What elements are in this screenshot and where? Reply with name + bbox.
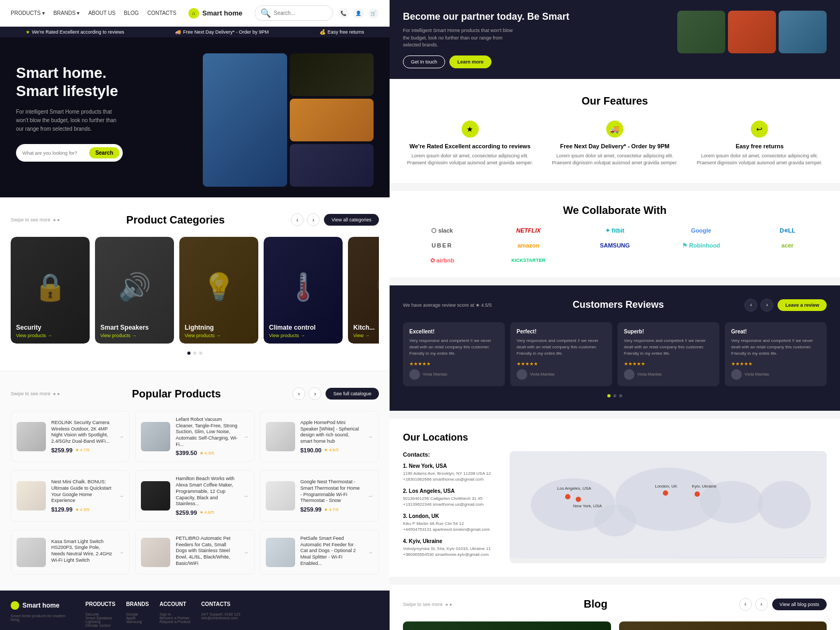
feature-icon-delivery: 🚚 <box>606 121 623 138</box>
view-all-blog-button[interactable]: View all blog posts <box>772 599 827 610</box>
categories-next[interactable]: › <box>307 213 320 226</box>
nav-blog[interactable]: BLOG <box>124 10 139 16</box>
blog-post-1[interactable]: 28 OCTOBER 2022 Success Steps For Your N… <box>403 621 611 630</box>
logo-uber: UBER <box>403 242 481 249</box>
review-stars-4: ★★★★★ <box>731 361 820 366</box>
category-speakers-link[interactable]: View products → <box>100 333 149 338</box>
features-section: Our Features ★ We're Rated Excellent acc… <box>390 79 840 183</box>
leave-review-button[interactable]: Leave a review <box>778 299 827 311</box>
categories-controls: ‹ › View all categories <box>291 213 379 226</box>
product-item-petfood[interactable]: PETLIBRO Automatic Pet Feeders for Cats,… <box>135 530 254 575</box>
product-item-switch[interactable]: Kasa Smart Light Switch HS200P3, Single … <box>11 530 130 575</box>
user-icon[interactable]: 👤 <box>353 8 364 19</box>
category-climate[interactable]: 🌡️ Climate control View products → <box>264 237 343 344</box>
product-item-camera[interactable]: REOLINK Security Camera Wireless Outdoor… <box>11 411 130 462</box>
truck-icon: 🚚 <box>175 29 181 35</box>
product-item-nest[interactable]: Nest Mini Chalk. BONUS: Ultimate Guide t… <box>11 470 130 521</box>
footer-logo-area: Smart home Smart home products for moder… <box>11 601 75 627</box>
product-arrow-nest[interactable]: → <box>118 493 124 499</box>
product-thumb-vacuum <box>141 422 170 451</box>
review-text-1: Very responsive and competent !! we neve… <box>409 338 498 357</box>
blog-image-1 <box>403 621 611 630</box>
banner-item-2: 🚚 Free Next Day Delivery* - Order by 9PM <box>175 29 269 35</box>
category-kitchen-info: Kitch... View → <box>353 324 375 338</box>
review-author-4: Viola Mantas <box>731 369 820 380</box>
product-thumb-switch <box>17 538 46 567</box>
reviews-dot-1 <box>607 394 611 397</box>
star-icon: ★ <box>26 29 30 35</box>
product-arrow-homepod[interactable]: → <box>368 434 373 440</box>
nav-products[interactable]: PRODUCTS <box>11 10 45 16</box>
review-stars-1: ★★★★★ <box>409 361 498 366</box>
category-lighting-info: Lightning View products → <box>185 324 221 338</box>
category-kitchen-link[interactable]: View → <box>353 333 375 338</box>
product-arrow-coffee[interactable]: → <box>243 493 249 499</box>
product-item-homepod[interactable]: Apple HomePod Mini Speaker [White] - Sph… <box>260 411 379 462</box>
arrow-right-small[interactable]: ▸ <box>58 217 60 222</box>
categories-prev[interactable]: ‹ <box>291 213 304 226</box>
arrow-left-small[interactable]: ◂ <box>53 217 56 222</box>
footer-col-products: PRODUCTS SecuritySmart SpeakersLightning… <box>85 601 115 627</box>
learn-more-button[interactable]: Learn more <box>449 55 492 68</box>
nav-about[interactable]: ABOUT US <box>88 10 115 16</box>
phone-icon[interactable]: 📞 <box>338 8 349 19</box>
nav-contacts[interactable]: CONTACTS <box>147 10 176 16</box>
review-heading-2: Perfect! <box>517 329 606 334</box>
blog-arrow-left[interactable]: ◂ <box>445 602 448 607</box>
product-arrow-camera[interactable]: → <box>118 434 124 440</box>
promo-banner: ★ We're Rated Excellent according to rev… <box>0 27 390 37</box>
prod-arrow-right[interactable]: ▸ <box>58 391 60 396</box>
site-logo[interactable]: ⌂ Smart home <box>188 8 242 19</box>
banner-text-2: Free Next Day Delivery* - Order by 9PM <box>183 29 269 35</box>
product-arrow-petsmart[interactable]: → <box>368 549 373 555</box>
category-security[interactable]: 🔒 Security View products → <box>11 237 90 344</box>
logo-amazon: amazon <box>489 242 568 249</box>
product-rating-nest: ★ 4.5/5 <box>75 507 90 512</box>
blog-header: Swipe to see more ◂ ▸ Blog ‹ › View all … <box>403 598 827 611</box>
partner-image-1 <box>677 11 725 53</box>
reviews-prev[interactable]: ‹ <box>744 299 757 312</box>
nav-right: 🔍 📞 👤 🛒 <box>255 5 379 21</box>
prod-arrow-left[interactable]: ◂ <box>53 391 56 396</box>
product-item-vacuum[interactable]: Lefant Robot Vacuum Cleaner, Tangle-Free… <box>135 411 254 462</box>
reviews-nav-arrows: ‹ › <box>744 299 773 312</box>
view-all-categories-button[interactable]: View all categories <box>324 214 379 226</box>
feature-icon-returns: ↩ <box>751 121 768 138</box>
product-item-coffee[interactable]: Hamilton Beach Works with Alexa Smart Co… <box>135 470 254 521</box>
location-kyiv: 4. Kyiv, Ukraine Volodymyrska St, 54a, K… <box>403 538 499 557</box>
blog-arrow-right[interactable]: ▸ <box>450 602 453 607</box>
review-text-2: Very responsive and competent !! we neve… <box>517 338 606 357</box>
get-in-touch-button[interactable]: Get In touch <box>403 55 445 68</box>
hero-search-input[interactable] <box>22 150 89 156</box>
category-security-link[interactable]: View products → <box>16 333 52 338</box>
cart-icon[interactable]: 🛒 <box>368 8 379 19</box>
see-full-catalogue-button[interactable]: See full catalogue <box>326 388 379 400</box>
blog-prev[interactable]: ‹ <box>739 598 752 611</box>
product-arrow-vacuum[interactable]: → <box>243 434 249 440</box>
category-lighting[interactable]: 💡 Lightning View products → <box>179 237 258 344</box>
nav-brands[interactable]: BRANDS <box>53 10 80 16</box>
product-item-thermostat[interactable]: Google Nest Thermostat - Smart Thermosta… <box>260 470 379 521</box>
category-speakers[interactable]: 🔊 Smart Speakers View products → <box>95 237 174 344</box>
blog-next[interactable]: › <box>755 598 768 611</box>
hero-search-button[interactable]: Search <box>89 147 120 158</box>
feature-name-returns: Easy free returns <box>693 143 827 149</box>
collaborate-title: We Collaborate With <box>403 204 827 217</box>
search-bar[interactable]: 🔍 <box>255 5 333 21</box>
hero-search[interactable]: Search <box>16 144 123 162</box>
category-kitchen[interactable]: 🍳 Kitch... View → <box>348 237 379 344</box>
hero-image-family <box>290 99 374 141</box>
product-arrow-petfood[interactable]: → <box>243 549 249 555</box>
products-prev[interactable]: ‹ <box>292 387 305 400</box>
product-arrow-thermostat[interactable]: → <box>368 493 373 499</box>
product-item-petsmart[interactable]: PetSafe Smart Feed Automatic Pet Feeder … <box>260 530 379 575</box>
reviews-next[interactable]: › <box>760 299 773 312</box>
feature-desc-delivery: Lorem ipsum dolor sit amet, consectetur … <box>548 153 681 167</box>
product-arrow-switch[interactable]: → <box>118 549 124 555</box>
category-climate-link[interactable]: View products → <box>269 333 315 338</box>
products-next[interactable]: › <box>308 387 321 400</box>
blog-post-2[interactable]: 19 OCTOBER 2022 Smart Lighting At Your H… <box>619 621 827 630</box>
location-addr-kyiv: Volodymyrska St, 54a, Kyiv 01033, Ukrain… <box>403 546 499 552</box>
search-input[interactable] <box>274 10 327 16</box>
category-lighting-link[interactable]: View products → <box>185 333 221 338</box>
